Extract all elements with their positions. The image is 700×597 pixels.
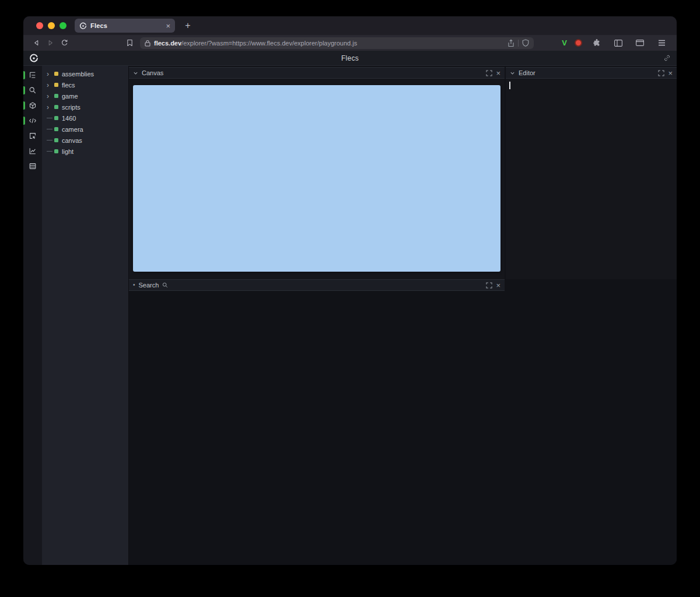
tree-item[interactable]: camera	[42, 124, 128, 135]
tree-item[interactable]: › game	[42, 90, 128, 101]
rail-item-inspect[interactable]	[23, 128, 42, 143]
rail-item-assets[interactable]	[23, 98, 42, 113]
browser-window: Flecs × + flecs.dev/	[23, 16, 677, 565]
expand-icon[interactable]	[486, 282, 492, 289]
wallet-card-icon[interactable]	[633, 37, 647, 50]
close-icon[interactable]: ×	[496, 282, 501, 289]
chart-icon	[29, 147, 37, 155]
expand-chevron-icon[interactable]: ›	[47, 82, 54, 89]
back-button[interactable]	[29, 37, 43, 50]
vimium-extension-icon[interactable]: V	[562, 38, 567, 47]
url-path: /explorer/?wasm=https://www.flecs.dev/ex…	[181, 40, 357, 47]
tab-bar: Flecs × +	[23, 16, 677, 35]
adblock-extension-icon[interactable]	[575, 39, 582, 47]
tree-branch-line	[47, 129, 54, 129]
share-link-icon[interactable]	[663, 54, 671, 62]
active-indicator	[23, 71, 25, 79]
share-icon[interactable]	[508, 39, 514, 47]
browser-tab[interactable]: Flecs ×	[75, 19, 175, 33]
expand-icon[interactable]	[658, 70, 664, 76]
flecs-logo-icon[interactable]	[29, 54, 38, 63]
canvas-panel-title: Canvas	[142, 69, 163, 76]
entity-color-swatch	[54, 138, 58, 142]
tree-branch-line	[47, 140, 54, 141]
expand-icon[interactable]	[486, 70, 492, 76]
rail-item-data[interactable]	[23, 159, 42, 174]
tree-item-label: scripts	[62, 104, 80, 111]
lock-icon	[145, 40, 150, 47]
app-body: › assemblies › flecs › game › sc	[23, 66, 677, 565]
code-icon	[29, 117, 37, 125]
expand-chevron-icon[interactable]: ›	[47, 71, 54, 78]
search-icon	[162, 282, 168, 288]
text-caret	[509, 82, 510, 89]
collapsed-bullet-icon[interactable]: •	[133, 282, 135, 288]
code-editor-area[interactable]	[506, 79, 677, 279]
forward-button[interactable]	[43, 37, 57, 50]
editor-panel-header[interactable]: Editor ×	[506, 67, 677, 79]
new-tab-button[interactable]: +	[181, 20, 195, 31]
inspect-cursor-icon	[29, 132, 37, 140]
zoom-window-button[interactable]	[60, 22, 66, 29]
search-panel-header[interactable]: • Search ×	[129, 279, 505, 291]
close-icon[interactable]: ×	[668, 69, 673, 77]
flecs-favicon-icon	[79, 22, 87, 30]
desktop: Flecs × + flecs.dev/	[0, 0, 700, 597]
editor-panel-title: Editor	[519, 69, 536, 76]
page-title: Flecs	[23, 54, 677, 62]
browser-toolbar: flecs.dev/explorer/?wasm=https://www.fle…	[23, 35, 677, 51]
sidebar-toggle-icon[interactable]	[611, 37, 625, 50]
tree-item-label: flecs	[62, 82, 75, 89]
rail-item-stats[interactable]	[23, 143, 42, 159]
entity-color-swatch	[54, 94, 58, 98]
tab-close-icon[interactable]: ×	[166, 22, 170, 30]
tree-item-label: light	[62, 148, 74, 155]
entity-tree-panel: › assemblies › flecs › game › sc	[42, 66, 129, 565]
active-indicator	[23, 101, 25, 110]
sidebar-icon-rail	[23, 66, 42, 565]
window-controls	[36, 22, 66, 29]
tree-item[interactable]: light	[42, 146, 128, 157]
extension-cluster: V	[562, 37, 671, 50]
tree-item-label: 1460	[62, 115, 76, 122]
canvas-panel-header[interactable]: Canvas ×	[129, 67, 505, 79]
search-icon	[29, 86, 37, 94]
rail-item-entity-tree[interactable]	[23, 68, 42, 83]
cube-icon	[29, 101, 37, 110]
chevron-down-icon[interactable]	[133, 71, 138, 76]
table-rows-icon	[29, 162, 37, 170]
url-host: flecs.dev	[154, 40, 181, 47]
canvas-panel-body	[129, 79, 505, 279]
tree-item[interactable]: 1460	[42, 113, 128, 124]
tree-item[interactable]: › scripts	[42, 101, 128, 113]
extensions-puzzle-icon[interactable]	[590, 37, 604, 50]
close-icon[interactable]: ×	[496, 69, 501, 77]
active-indicator	[23, 86, 25, 94]
tree-item-label: assemblies	[62, 71, 94, 78]
url-text: flecs.dev/explorer/?wasm=https://www.fle…	[154, 40, 504, 47]
tree-item[interactable]: › flecs	[42, 79, 128, 90]
minimize-window-button[interactable]	[48, 22, 55, 29]
tree-item-label: canvas	[62, 137, 82, 144]
active-indicator	[23, 117, 25, 125]
address-bar[interactable]: flecs.dev/explorer/?wasm=https://www.fle…	[140, 37, 534, 49]
entity-color-swatch	[54, 127, 58, 131]
app-header: Flecs	[23, 51, 677, 66]
tree-item[interactable]: canvas	[42, 135, 128, 146]
entity-color-swatch	[54, 83, 58, 87]
menu-hamburger-icon[interactable]	[654, 37, 668, 50]
expand-chevron-icon[interactable]: ›	[47, 93, 54, 100]
close-window-button[interactable]	[36, 22, 43, 29]
reload-button[interactable]	[57, 37, 71, 50]
rail-item-query[interactable]	[23, 83, 42, 98]
bookmark-icon[interactable]	[123, 37, 136, 50]
expand-chevron-icon[interactable]: ›	[47, 104, 54, 111]
entity-tree-icon	[29, 71, 37, 79]
chevron-down-icon[interactable]	[510, 71, 515, 76]
rail-item-code[interactable]	[23, 113, 42, 128]
shield-icon[interactable]	[522, 39, 529, 47]
entity-color-swatch	[54, 105, 58, 109]
tree-item[interactable]: › assemblies	[42, 68, 128, 79]
webgl-canvas[interactable]	[133, 85, 501, 272]
tree-item-label: game	[62, 93, 78, 100]
